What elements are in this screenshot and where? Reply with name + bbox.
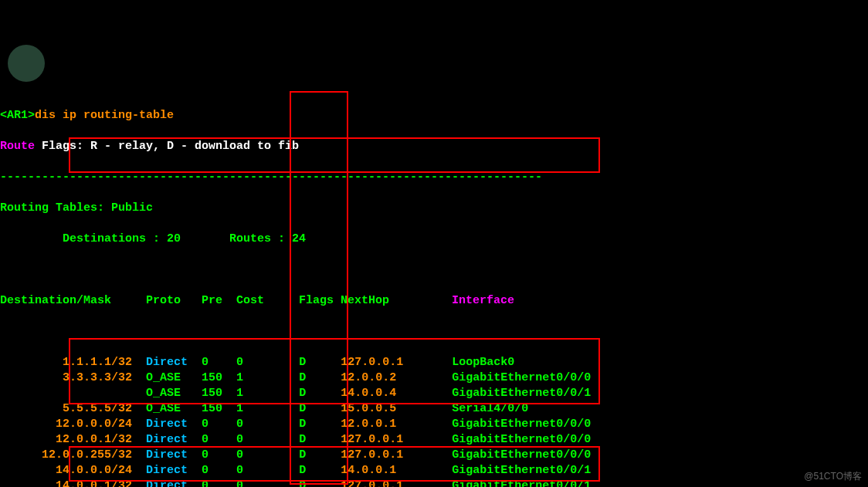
table-row: 12.0.0.0/24 Direct 0 0 D 12.0.0.1 Gigabi…	[0, 417, 868, 432]
table-row: 14.0.0.1/32 Direct 0 0 D 127.0.0.1 Gigab…	[0, 479, 868, 487]
decorative-blob	[8, 45, 45, 82]
command-text: dis ip routing-table	[35, 109, 174, 122]
table-row: 1.1.1.1/32 Direct 0 0 D 127.0.0.1 LoopBa…	[0, 355, 868, 370]
table-row: 14.0.0.0/24 Direct 0 0 D 14.0.0.1 Gigabi…	[0, 463, 868, 479]
table-header: Destination/Mask Proto Pre Cost Flags Ne…	[0, 293, 868, 309]
table-row: 12.0.0.255/32 Direct 0 0 D 127.0.0.1 Gig…	[0, 448, 868, 463]
routing-table-body: 1.1.1.1/32 Direct 0 0 D 127.0.0.1 LoopBa…	[0, 355, 868, 487]
tables-title: Routing Tables: Public	[0, 201, 868, 216]
table-row: 12.0.0.1/32 Direct 0 0 D 127.0.0.1 Gigab…	[0, 432, 868, 448]
prompt: <AR1>	[0, 109, 35, 122]
blank-line	[0, 324, 868, 340]
table-row: 5.5.5.5/32 O_ASE 150 1 D 15.0.0.5 Serial…	[0, 401, 868, 417]
table-row: 3.3.3.3/32 O_ASE 150 1 D 12.0.0.2 Gigabi…	[0, 370, 868, 386]
counts-line: Destinations : 20 Routes : 24	[0, 232, 868, 247]
flags-description: Route Flags: R - relay, D - download to …	[0, 139, 868, 154]
blank-line	[0, 262, 868, 278]
prompt-line[interactable]: <AR1>dis ip routing-table	[0, 108, 868, 123]
terminal-output: <AR1>dis ip routing-table Route Flags: R…	[0, 93, 868, 487]
divider-line: ----------------------------------------…	[0, 170, 868, 185]
table-row: O_ASE 150 1 D 14.0.0.4 GigabitEthernet0/…	[0, 386, 868, 401]
